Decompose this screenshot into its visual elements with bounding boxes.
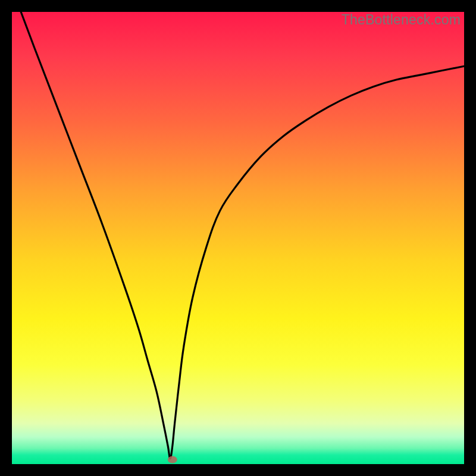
plot-area: TheBottleneck.com [12, 12, 464, 464]
data-curve [21, 12, 464, 459]
min-marker [168, 456, 177, 463]
curve-svg [12, 12, 464, 464]
chart-outer-frame: TheBottleneck.com [0, 0, 476, 476]
